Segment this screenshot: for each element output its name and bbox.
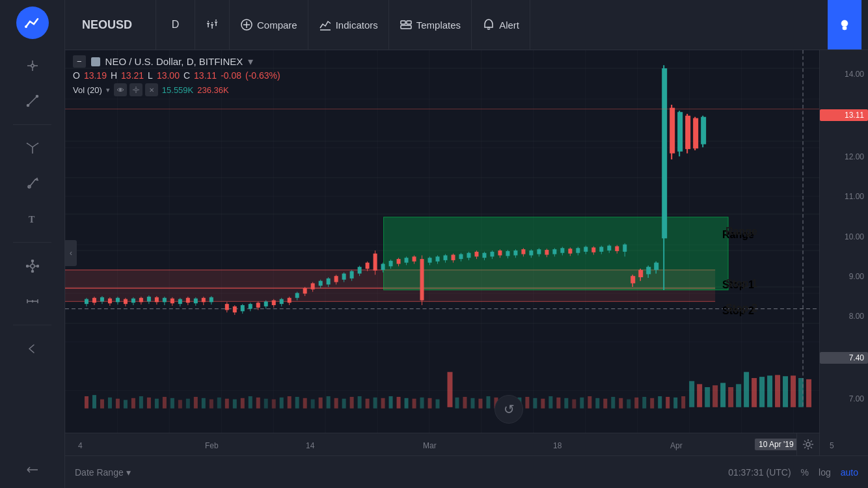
- svg-rect-258: [474, 252, 478, 256]
- dropdown-arrow[interactable]: ▾: [248, 55, 253, 68]
- open-label: O: [73, 70, 80, 81]
- svg-rect-216: [311, 283, 315, 289]
- svg-rect-113: [455, 398, 459, 409]
- compare-button[interactable]: Compare: [230, 0, 308, 49]
- measure-tool[interactable]: [21, 290, 44, 313]
- divider: [13, 124, 51, 125]
- chart-settings-icon[interactable]: [796, 433, 819, 455]
- vol-settings-icon[interactable]: [129, 83, 142, 96]
- svg-rect-144: [697, 384, 702, 407]
- text-tool[interactable]: T: [21, 207, 44, 230]
- templates-button[interactable]: Templates: [389, 0, 472, 49]
- candlestick-chart-svg: [65, 50, 819, 433]
- svg-rect-206: [272, 301, 276, 305]
- svg-rect-146: [712, 385, 718, 407]
- svg-rect-282: [568, 249, 572, 253]
- svg-rect-190: [202, 298, 206, 303]
- svg-rect-312: [685, 116, 690, 149]
- svg-point-320: [135, 88, 137, 91]
- svg-rect-134: [619, 398, 623, 409]
- chart-time: 01:37:31 (UTC): [728, 467, 791, 478]
- chart-area[interactable]: Range Stop 1 Stop 2 − NEO / U.S. Dollar,…: [65, 50, 868, 455]
- date-range-button[interactable]: Date Range ▾: [75, 467, 131, 478]
- node-tool[interactable]: [21, 254, 44, 278]
- brush-tool[interactable]: [21, 172, 44, 195]
- svg-rect-66: [85, 396, 88, 409]
- vol-dropdown[interactable]: ▾: [106, 86, 110, 94]
- svg-rect-117: [486, 396, 490, 409]
- svg-point-0: [25, 25, 27, 28]
- chart-svg-container: Range Stop 1 Stop 2: [65, 50, 819, 433]
- svg-rect-116: [478, 399, 482, 409]
- svg-rect-192: [210, 297, 213, 302]
- svg-rect-139: [658, 396, 662, 409]
- svg-rect-47: [401, 25, 411, 29]
- price-10: 10.00: [820, 232, 868, 241]
- svg-rect-124: [541, 399, 545, 409]
- fork-tool[interactable]: [21, 137, 44, 160]
- svg-rect-137: [642, 397, 646, 409]
- svg-rect-276: [545, 250, 549, 254]
- time-4: 4: [78, 441, 83, 450]
- svg-rect-232: [373, 254, 377, 271]
- svg-rect-166: [108, 299, 112, 303]
- vol-eye-icon[interactable]: [114, 83, 127, 96]
- left-toolbar: T: [0, 0, 65, 488]
- svg-rect-170: [124, 299, 128, 304]
- svg-rect-162: [92, 298, 96, 303]
- svg-rect-133: [611, 397, 615, 409]
- timeframe-selector[interactable]: D: [156, 0, 195, 49]
- svg-rect-176: [147, 297, 151, 301]
- price-8: 8.00: [820, 312, 868, 321]
- back-tool[interactable]: [21, 337, 44, 360]
- date-range-label: Date Range: [75, 467, 124, 478]
- svg-rect-222: [334, 276, 338, 282]
- auto-button[interactable]: auto: [841, 467, 858, 478]
- svg-rect-123: [533, 398, 537, 409]
- svg-rect-208: [280, 299, 284, 304]
- percent-button[interactable]: %: [801, 467, 809, 478]
- idea-button[interactable]: [828, 0, 861, 49]
- svg-rect-180: [163, 298, 167, 303]
- ohlc-bar: O 13.19 H 13.21 L 13.00 C 13.11 -0.08 (-…: [73, 70, 280, 81]
- vol-close-icon[interactable]: ✕: [145, 83, 158, 96]
- svg-rect-125: [549, 396, 552, 409]
- svg-rect-264: [498, 251, 502, 255]
- svg-rect-127: [564, 398, 568, 409]
- svg-rect-164: [100, 297, 104, 302]
- svg-rect-286: [584, 247, 588, 251]
- svg-rect-141: [673, 398, 677, 409]
- svg-rect-272: [529, 251, 533, 255]
- symbol-selector[interactable]: NEOUSD: [72, 0, 156, 49]
- high-value: 13.21: [121, 70, 144, 81]
- indicators-button[interactable]: Indicators: [308, 0, 389, 49]
- symbol-text: NEOUSD: [82, 18, 132, 32]
- svg-rect-200: [249, 304, 252, 308]
- svg-rect-228: [358, 267, 362, 273]
- reset-zoom-button[interactable]: ↺: [495, 395, 523, 424]
- svg-rect-79: [186, 399, 190, 409]
- svg-rect-143: [689, 381, 694, 407]
- svg-rect-155: [783, 376, 788, 407]
- collapse-button[interactable]: −: [73, 55, 86, 68]
- svg-rect-86: [233, 400, 237, 409]
- close-label: C: [183, 70, 190, 81]
- svg-text:T: T: [29, 215, 35, 224]
- svg-rect-107: [397, 397, 401, 409]
- chart-info: − NEO / U.S. Dollar, D, BITFINEX ▾ O 13.…: [65, 50, 288, 102]
- line-tool[interactable]: [21, 89, 44, 113]
- svg-rect-254: [459, 254, 463, 259]
- svg-rect-93: [288, 396, 292, 409]
- zoom-tool[interactable]: [21, 458, 44, 481]
- high-label: H: [111, 70, 117, 81]
- scroll-left-button[interactable]: ‹: [65, 240, 77, 266]
- svg-rect-103: [366, 399, 370, 409]
- svg-point-22: [31, 271, 33, 273]
- crosshair-tool[interactable]: [21, 54, 44, 77]
- low-label: L: [148, 70, 153, 81]
- compare-label: Compare: [257, 20, 297, 31]
- log-button[interactable]: log: [819, 467, 831, 478]
- svg-rect-83: [217, 398, 221, 409]
- alert-button[interactable]: Alert: [472, 0, 530, 49]
- chart-type-button[interactable]: [195, 0, 230, 49]
